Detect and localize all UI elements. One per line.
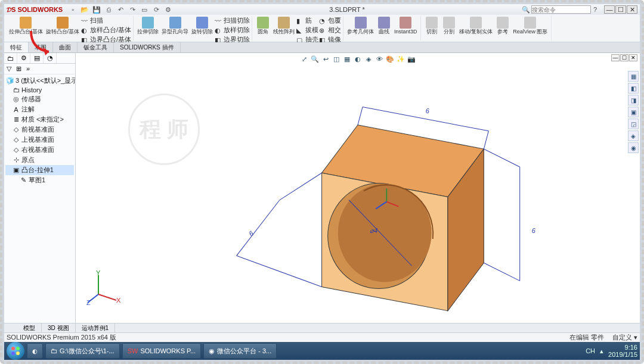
new-icon[interactable]: ▫ [69,5,77,14]
move-copy-button[interactable]: 移动/复制实体 [458,16,494,36]
tree-sketch1[interactable]: ✎草图1 [5,175,74,185]
maximize-button[interactable]: ☐ [615,5,626,14]
tray-time: 9:16 [608,344,637,351]
fm-tab-tree-icon[interactable]: 🗀 [4,53,17,63]
fillet-button[interactable]: 圆角 [255,16,271,36]
revolve-cut-button[interactable]: 旋转切除 [190,16,214,36]
tree-right-plane[interactable]: ◇右视基准面 [5,145,74,155]
annotation-icon: A [13,106,20,113]
material-icon: ≣ [13,116,20,123]
linear-pattern-button[interactable]: 线性阵列 [272,16,296,36]
view-triad-icon: Y X Z [86,270,122,306]
part-icon: 🧊 [7,77,14,85]
minimize-button[interactable]: — [604,5,615,14]
plane-icon: ◇ [13,136,20,144]
loft-button[interactable]: ◐放样凸台/基体 [81,26,131,35]
instant3d-button[interactable]: Instant3D [393,16,419,36]
tab-features[interactable]: 特征 [4,42,29,52]
tree-sensors[interactable]: ◎传感器 [5,94,74,104]
ref-geom-button[interactable]: 参考几何体 [346,16,375,36]
tab-sheetmetal[interactable]: 钣金工具 [78,42,114,52]
taskbar-wechat[interactable]: ◉微信公众平台 - 3... [203,343,277,359]
rebuild-icon[interactable]: ⟳ [152,5,160,14]
start-button[interactable] [7,342,24,360]
undo-icon[interactable]: ↶ [116,5,125,14]
windows-logo-icon [10,346,21,356]
dim-dia: ⌀4 [370,227,377,234]
command-tabs: 特征 草图 曲面 钣金工具 SOLIDWORKS 插件 [4,42,640,53]
hole-wizard-button[interactable]: 异型孔向导 [160,16,190,36]
print-icon[interactable]: ⎙ [104,5,113,14]
btab-3dview[interactable]: 3D 视图 [42,323,76,332]
ref-button[interactable]: 参考 [494,16,511,36]
tree-extrude1[interactable]: ▣凸台-拉伸1 [5,165,74,175]
folder-icon: 🗀 [13,86,20,94]
tree-toolbar: ▽ ⊞ » [4,64,75,74]
tray-date: 2019/1/15 [608,351,637,358]
app-logo: 𝓓S SOLIDWORKS [7,6,63,14]
doc-title: 3.SLDPRT * [172,6,522,13]
system-tray[interactable]: CH ▴ 9:16 2019/1/15 [586,344,637,358]
rib-button[interactable]: ▮筋 [296,16,318,25]
wechat-icon: ◉ [209,347,215,355]
svg-point-26 [11,351,15,355]
tree-expand-icon[interactable]: ⊞ [16,65,21,73]
taskbar-explorer[interactable]: 🗀G:\微信公众号\1-... [45,343,120,359]
feature-tree[interactable]: 🧊3 (默认<<默认>_显示状态 1>) 🗀History ◎传感器 A注解 ≣… [4,74,75,323]
draft-button[interactable]: ◣拔模 [296,26,318,35]
open-icon[interactable]: 📂 [80,5,89,14]
sw-icon: SW [128,347,138,354]
taskbar-pin-1[interactable]: ◐ [27,343,43,359]
svg-line-13 [237,256,322,287]
btab-model[interactable]: 模型 [17,323,42,332]
tray-flag-icon[interactable]: ▴ [600,347,603,355]
options-icon[interactable]: ⚙ [164,5,172,14]
tree-filter-icon[interactable]: ▽ [7,65,11,73]
svg-line-9 [484,149,519,167]
loft-cut-button[interactable]: ◐放样切除 [215,26,250,35]
save-icon[interactable]: 💾 [92,5,101,14]
split-button[interactable]: 分割 [441,16,457,36]
sweep-cut-button[interactable]: 〰扫描切除 [215,16,250,25]
quick-access-toolbar: ▫ 📂 💾 ⎙ ↶ ↷ ▭ ⟳ ⚙ [69,5,172,14]
redo-icon[interactable]: ↷ [128,5,137,14]
tree-top-plane[interactable]: ◇上视基准面 [5,135,74,145]
folder-icon: 🗀 [51,347,57,354]
wrap-button[interactable]: ◔包覆 [319,16,341,25]
select-icon[interactable]: ▭ [140,5,148,14]
tree-front-plane[interactable]: ◇前视基准面 [5,125,74,135]
tree-origin[interactable]: ⊹原点 [5,155,74,165]
command-search[interactable]: 🔍 [522,5,591,14]
help-icon[interactable]: ? [591,5,599,14]
window-buttons: — ☐ ✕ [604,5,637,14]
taskbar-solidworks[interactable]: SWSOLIDWORKS P... [122,343,201,359]
tree-material[interactable]: ≣材质 <未指定> [5,114,74,125]
svg-point-27 [16,351,20,355]
feature-manager: 🗀 ⚙ ▤ ◔ ▽ ⊞ » 🧊3 (默认<<默认>_显示状态 1>) 🗀Hist… [4,53,76,323]
tray-lang-icon[interactable]: CH [586,347,595,354]
graphics-viewport[interactable]: — ☐ ✕ ⤢ 🔍 ↩ ◫ ▦ ◐ ◈ 👁 🎨 ✨ 📷 ▦ ◧ ◨ ▣ ◲ ◈ … [76,53,640,323]
realview-button[interactable]: RealView 图形 [512,16,549,36]
sweep-button[interactable]: 〰扫描 [81,16,131,25]
tree-annotations[interactable]: A注解 [5,104,74,114]
intersect-button[interactable]: ⊗相交 [319,26,341,35]
tab-addins[interactable]: SOLIDWORKS 插件 [114,42,181,52]
curves-button[interactable]: 曲线 [376,16,392,36]
svg-point-25 [16,347,20,350]
svg-line-7 [484,131,488,149]
search-input[interactable] [531,5,591,14]
cut-button[interactable]: 切割 [423,16,440,36]
tree-arrow-icon[interactable]: » [26,65,30,73]
extrude-icon: ▣ [13,167,20,174]
extrude-cut-button[interactable]: 拉伸切除 [136,16,160,36]
tree-root[interactable]: 🧊3 (默认<<默认>_显示状态 1>) [5,76,74,86]
svg-text:X: X [116,297,121,304]
svg-line-12 [280,173,321,200]
search-icon: 🔍 [522,6,530,14]
close-button[interactable]: ✕ [627,5,637,14]
svg-line-10 [484,263,519,281]
ribbon: 拉伸凸台/基体 旋转凸台/基体 〰扫描 ◐放样凸台/基体 ◧边界凸台/基体 拉伸… [4,15,640,42]
plane-icon: ◇ [13,147,20,154]
tree-history[interactable]: 🗀History [5,86,74,94]
sketch-icon: ✎ [20,177,27,184]
